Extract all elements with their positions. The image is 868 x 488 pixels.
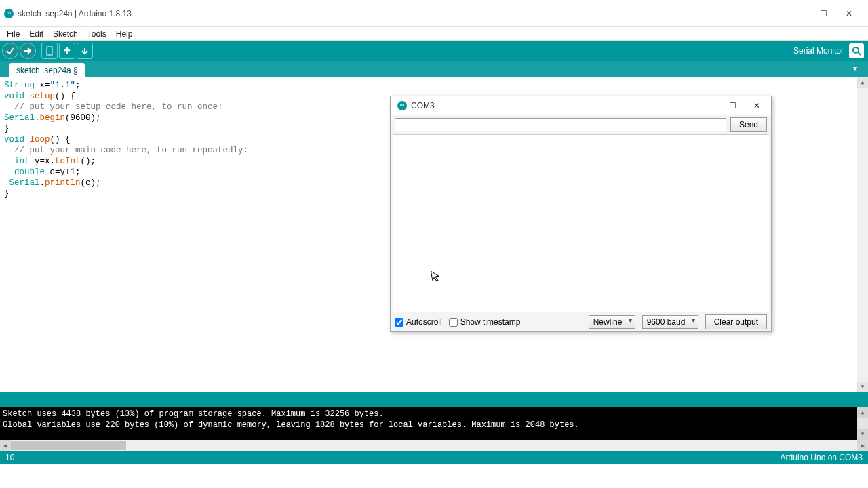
serial-send-row: Send bbox=[391, 115, 771, 134]
scroll-right-icon[interactable]: ▸ bbox=[857, 440, 868, 451]
serial-send-button[interactable]: Send bbox=[730, 117, 767, 132]
scroll-left-icon[interactable]: ◂ bbox=[0, 440, 11, 451]
serial-output-area[interactable] bbox=[393, 134, 769, 312]
verify-button[interactable] bbox=[2, 43, 18, 59]
console-line: Global variables use 220 bytes (10%) of … bbox=[3, 420, 865, 430]
timestamp-checkbox[interactable]: Show timestamp bbox=[449, 317, 521, 327]
status-bar: 10 Arduino Uno on COM3 bbox=[0, 451, 868, 464]
arrow-up-icon bbox=[63, 47, 71, 55]
serial-monitor-button[interactable] bbox=[849, 43, 864, 58]
arduino-logo-icon bbox=[397, 101, 407, 110]
clear-output-button[interactable]: Clear output bbox=[705, 314, 767, 329]
menu-help[interactable]: Help bbox=[112, 28, 137, 40]
console-line: Sketch uses 4438 bytes (13%) of program … bbox=[3, 409, 865, 420]
timestamp-label: Show timestamp bbox=[460, 317, 521, 327]
serial-maximize-button[interactable]: ☐ bbox=[726, 101, 738, 110]
scroll-up-icon[interactable]: ▴ bbox=[857, 407, 868, 418]
serial-close-button[interactable]: ✕ bbox=[751, 101, 763, 110]
new-button[interactable] bbox=[41, 43, 58, 59]
menu-file[interactable]: File bbox=[3, 28, 24, 40]
toolbar: Serial Monitor bbox=[0, 41, 868, 61]
magnifier-icon bbox=[852, 46, 861, 56]
line-ending-select[interactable]: Newline bbox=[589, 315, 635, 329]
status-line-number: 10 bbox=[5, 453, 14, 462]
serial-monitor-label: Serial Monitor bbox=[793, 46, 844, 56]
status-strip bbox=[0, 392, 868, 407]
svg-point-1 bbox=[853, 47, 859, 53]
check-icon bbox=[5, 46, 15, 56]
console-horizontal-scrollbar[interactable]: ◂ ▸ bbox=[0, 440, 868, 451]
menu-edit[interactable]: Edit bbox=[25, 28, 47, 40]
scroll-down-icon[interactable]: ▾ bbox=[857, 382, 868, 392]
scrollbar-thumb[interactable] bbox=[11, 441, 126, 450]
menu-sketch[interactable]: Sketch bbox=[49, 28, 82, 40]
tab-dropdown-button[interactable]: ▾ bbox=[853, 64, 864, 75]
serial-input[interactable] bbox=[395, 118, 726, 131]
menubar: File Edit Sketch Tools Help bbox=[0, 27, 868, 41]
close-button[interactable]: ✕ bbox=[842, 9, 856, 18]
maximize-button[interactable]: ☐ bbox=[816, 9, 830, 18]
autoscroll-checkbox-input[interactable] bbox=[395, 318, 403, 327]
arduino-logo-icon bbox=[4, 9, 14, 18]
status-board-port: Arduino Uno on COM3 bbox=[781, 453, 863, 462]
autoscroll-label: Autoscroll bbox=[406, 317, 442, 327]
baud-rate-select[interactable]: 9600 baud bbox=[642, 315, 698, 329]
serial-monitor-window: COM3 — ☐ ✕ Send Autoscroll Show timestam… bbox=[390, 96, 772, 332]
console-vertical-scrollbar[interactable]: ▴ ▾ bbox=[857, 407, 868, 440]
menu-tools[interactable]: Tools bbox=[83, 28, 111, 40]
main-titlebar: sketch_sep24a | Arduino 1.8.13 — ☐ ✕ bbox=[0, 0, 868, 27]
serial-window-title: COM3 bbox=[411, 101, 702, 110]
minimize-button[interactable]: — bbox=[791, 9, 804, 18]
autoscroll-checkbox[interactable]: Autoscroll bbox=[395, 317, 442, 327]
scroll-up-icon[interactable]: ▴ bbox=[857, 77, 868, 88]
code-token: String bbox=[4, 81, 35, 90]
serial-titlebar[interactable]: COM3 — ☐ ✕ bbox=[391, 96, 771, 115]
upload-button[interactable] bbox=[20, 43, 36, 59]
tab-sketch[interactable]: sketch_sep24a § bbox=[9, 63, 85, 77]
arrow-down-icon bbox=[81, 47, 89, 55]
serial-bottom-row: Autoscroll Show timestamp Newline 9600 b… bbox=[391, 312, 771, 331]
window-controls: — ☐ ✕ bbox=[791, 9, 865, 18]
svg-rect-0 bbox=[47, 47, 52, 55]
editor-vertical-scrollbar[interactable]: ▴ ▾ bbox=[857, 77, 868, 392]
window-title: sketch_sep24a | Arduino 1.8.13 bbox=[18, 9, 791, 18]
save-button[interactable] bbox=[77, 43, 93, 59]
scroll-down-icon[interactable]: ▾ bbox=[857, 429, 868, 440]
serial-minimize-button[interactable]: — bbox=[702, 101, 714, 110]
tab-strip: sketch_sep24a § ▾ bbox=[0, 61, 868, 77]
new-file-icon bbox=[45, 46, 54, 56]
svg-line-2 bbox=[858, 52, 861, 55]
arrow-right-icon bbox=[23, 46, 33, 56]
console: Sketch uses 4438 bytes (13%) of program … bbox=[0, 407, 868, 440]
open-button[interactable] bbox=[59, 43, 75, 59]
timestamp-checkbox-input[interactable] bbox=[449, 318, 458, 327]
